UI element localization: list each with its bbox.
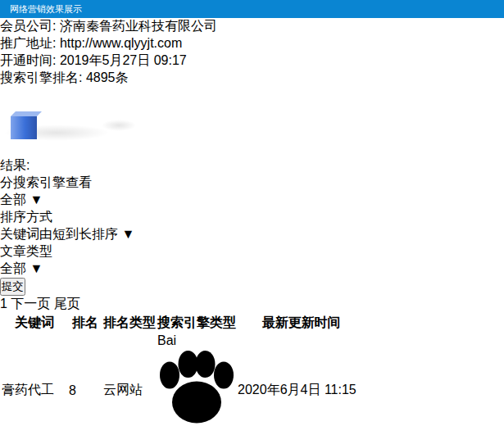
table-header-row: 关键词 排名 排名类型 搜索引擎类型 最新更新时间 — [2, 315, 365, 332]
rank-type-cell: 云网站 — [103, 333, 156, 426]
submit-button[interactable]: 提交 — [0, 278, 25, 296]
page-1-button[interactable]: 1 — [0, 297, 7, 310]
update-time-cell: 2020年6月4日 11:15 — [238, 333, 365, 426]
baidu-paw-icon: du — [157, 415, 236, 426]
results-table: 关键词 排名 排名类型 搜索引擎类型 最新更新时间 膏药代工 8 云网站 Bai… — [0, 313, 366, 426]
rank-link[interactable]: 8 — [69, 383, 76, 397]
engine-select[interactable]: 全部 ▼ — [0, 192, 504, 209]
chart-bar-green — [35, 106, 59, 130]
last-page-button[interactable]: 尾页 — [54, 297, 80, 310]
result-label: 结果: — [0, 158, 30, 172]
col-header-engine-type: 搜索引擎类型 — [157, 315, 236, 332]
chevron-down-icon: ▼ — [30, 193, 43, 206]
sort-select[interactable]: 关键词由短到长排序 ▼ — [0, 226, 504, 243]
chevron-down-icon: ▼ — [30, 261, 43, 275]
filter-controls: 分搜索引擎查看 全部 ▼ 排序方式 关键词由短到长排序 ▼ 文章类型 全部 ▼ … — [0, 174, 504, 296]
sort-filter-label: 排序方式 — [0, 210, 52, 224]
engine-filter-label: 分搜索引擎查看 — [0, 175, 92, 189]
article-type-label: 文章类型 — [0, 244, 52, 258]
chart-bar-blue — [11, 116, 37, 139]
baidu-logo: Baidu百度 — [157, 333, 236, 426]
window-title-bar: 网络营销效果展示 — [0, 0, 504, 18]
article-type-select[interactable]: 全部 ▼ — [0, 261, 504, 278]
page-title: 网络营销效果展示 — [10, 4, 82, 14]
keyword-cell: 膏药代工 — [2, 333, 67, 426]
col-header-rank-type: 排名类型 — [103, 315, 156, 332]
table-row: 膏药代工 8 云网站 Baidu百度 2020年6月4日 11:15 — [2, 333, 365, 426]
filter-bar: 结果: 分搜索引擎查看 全部 ▼ 排序方式 关键词由短到长排序 ▼ 文章类型 全… — [0, 157, 504, 296]
chevron-down-icon: ▼ — [121, 227, 134, 241]
rank-cell: 8 — [69, 333, 102, 426]
bar-chart-illustration — [0, 25, 143, 156]
col-header-update-time: 最新更新时间 — [238, 315, 365, 332]
next-page-button[interactable]: 下一页 — [11, 297, 50, 310]
pagination: 1 下一页 尾页 — [0, 296, 504, 313]
col-header-keyword: 关键词 — [2, 315, 67, 332]
member-info-section: 会员公司: 济南秦鲁药业科技有限公司 推广地址: http://www.qlyy… — [0, 18, 504, 157]
engine-cell: Baidu百度 — [157, 333, 236, 426]
col-header-rank: 排名 — [69, 315, 102, 332]
ground-shadow — [102, 120, 136, 131]
